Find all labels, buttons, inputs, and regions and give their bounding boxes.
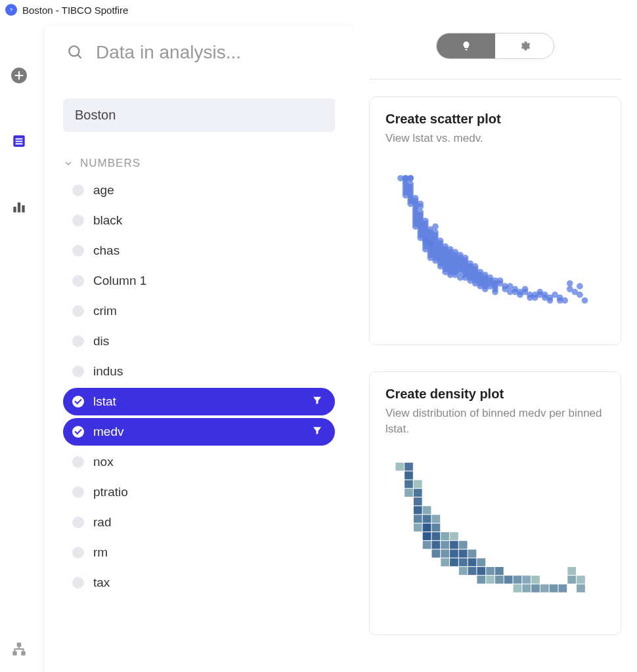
svg-rect-223 — [414, 489, 422, 497]
svg-rect-3 — [16, 138, 23, 140]
suggestion-card-density[interactable]: Create density plotView distribution of … — [369, 371, 621, 636]
search-input[interactable] — [96, 42, 331, 63]
filter-icon[interactable] — [311, 394, 323, 410]
column-label: rm — [93, 545, 108, 560]
svg-rect-216 — [405, 480, 413, 488]
column-item-rm[interactable]: rm — [63, 539, 335, 566]
svg-point-206 — [412, 195, 419, 201]
card-title: Create density plot — [385, 387, 605, 402]
svg-point-189 — [428, 240, 434, 247]
svg-point-190 — [432, 255, 439, 261]
column-item-ptratio[interactable]: ptratio — [63, 478, 335, 506]
svg-rect-220 — [414, 515, 422, 523]
column-item-age[interactable]: age — [63, 177, 335, 204]
column-label: chas — [93, 243, 120, 258]
data-tab-icon[interactable] — [9, 131, 29, 151]
toggle-settings[interactable] — [495, 33, 554, 58]
column-item-column-1[interactable]: Column 1 — [63, 267, 335, 295]
svg-rect-227 — [423, 524, 431, 532]
svg-rect-242 — [450, 532, 458, 540]
svg-point-146 — [507, 289, 514, 295]
svg-rect-235 — [441, 558, 449, 566]
column-item-nox[interactable]: nox — [63, 448, 335, 476]
svg-rect-228 — [423, 515, 431, 523]
svg-rect-240 — [450, 550, 458, 558]
svg-rect-265 — [550, 585, 558, 593]
svg-point-191 — [437, 263, 444, 270]
svg-point-181 — [472, 263, 479, 270]
column-label: tax — [93, 576, 110, 590]
svg-point-148 — [527, 294, 533, 301]
section-numbers[interactable]: NUMBERS — [63, 152, 335, 175]
unchecked-dot — [72, 215, 84, 226]
svg-rect-244 — [459, 558, 468, 566]
filter-icon[interactable] — [311, 425, 323, 440]
unchecked-dot — [72, 456, 84, 468]
column-label: dis — [93, 334, 109, 348]
check-icon — [72, 426, 84, 438]
titlebar: Boston - TIBCO Spotfire — [0, 0, 637, 20]
svg-rect-254 — [486, 567, 494, 575]
svg-rect-269 — [577, 585, 585, 593]
svg-rect-238 — [441, 532, 449, 540]
svg-rect-232 — [431, 532, 440, 540]
column-item-medv[interactable]: medv — [63, 418, 335, 446]
svg-rect-214 — [395, 463, 404, 471]
svg-point-209 — [407, 175, 414, 181]
svg-rect-252 — [477, 558, 485, 566]
svg-rect-258 — [514, 585, 522, 593]
svg-rect-215 — [405, 489, 413, 497]
svg-rect-233 — [431, 524, 440, 532]
svg-point-205 — [407, 183, 414, 190]
dataset-chip[interactable]: Boston — [63, 98, 335, 132]
density-preview — [385, 447, 605, 618]
unchecked-dot — [72, 184, 84, 196]
svg-rect-261 — [522, 576, 531, 584]
svg-rect-218 — [405, 463, 413, 471]
column-item-tax[interactable]: tax — [63, 569, 335, 597]
svg-rect-10 — [12, 651, 17, 656]
app-icon — [5, 4, 17, 16]
svg-rect-267 — [567, 576, 576, 584]
column-label: crim — [93, 304, 117, 318]
svg-rect-266 — [559, 585, 567, 593]
svg-rect-241 — [450, 541, 458, 549]
mode-toggle — [436, 33, 554, 59]
svg-point-211 — [422, 217, 429, 224]
column-item-crim[interactable]: crim — [63, 297, 335, 325]
column-item-chas[interactable]: chas — [63, 237, 335, 264]
svg-point-12 — [69, 46, 79, 56]
column-item-indus[interactable]: indus — [63, 358, 335, 385]
svg-rect-219 — [414, 524, 422, 532]
svg-rect-237 — [441, 541, 449, 549]
svg-rect-246 — [459, 541, 468, 549]
svg-point-168 — [422, 246, 429, 253]
suggestion-card-scatter[interactable]: Create scatter plotView lstat vs. medv. — [369, 96, 621, 345]
column-item-rad[interactable]: rad — [63, 509, 335, 536]
svg-point-204 — [403, 189, 409, 196]
column-label: lstat — [93, 394, 116, 409]
column-label: nox — [93, 455, 114, 469]
svg-rect-250 — [477, 576, 485, 584]
svg-rect-260 — [522, 585, 531, 593]
chart-tab-icon[interactable] — [9, 197, 29, 217]
svg-rect-229 — [423, 507, 431, 514]
column-item-lstat[interactable]: lstat — [63, 388, 335, 415]
divider — [369, 79, 621, 79]
svg-rect-224 — [414, 480, 422, 488]
svg-point-55 — [582, 297, 588, 304]
column-list: ageblackchasColumn 1crimdisinduslstatmed… — [63, 175, 335, 598]
unchecked-dot — [72, 275, 84, 287]
svg-rect-239 — [450, 558, 458, 566]
column-item-dis[interactable]: dis — [63, 327, 335, 355]
unchecked-dot — [72, 547, 84, 558]
toggle-recommendations[interactable] — [437, 33, 495, 58]
add-button[interactable] — [9, 66, 29, 85]
unchecked-dot — [72, 516, 84, 528]
svg-rect-264 — [540, 585, 549, 593]
svg-point-153 — [577, 291, 583, 298]
column-item-black[interactable]: black — [63, 207, 335, 234]
column-label: black — [93, 213, 122, 228]
unchecked-dot — [72, 335, 84, 347]
hierarchy-icon[interactable] — [9, 639, 29, 659]
